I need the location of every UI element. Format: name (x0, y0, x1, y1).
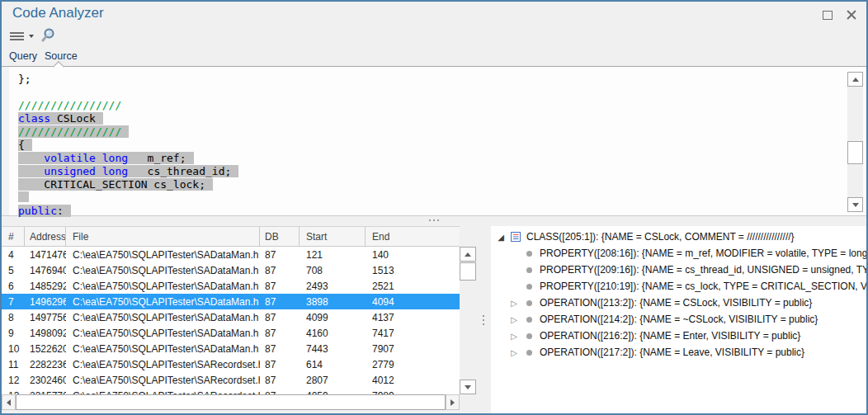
editor-vertical-scrollbar[interactable] (847, 72, 863, 212)
code-token: //////////////// (18, 125, 121, 138)
tab-query[interactable]: Query (9, 50, 37, 62)
column-header-db[interactable]: DB (260, 227, 300, 246)
splitter-grip (483, 315, 484, 325)
scrollbar-thumb[interactable] (460, 262, 476, 281)
column-header-index[interactable]: # (2, 227, 25, 246)
code-token: long (102, 165, 128, 177)
table-cell: C:\ea\EA750\SQLAPITester\SADataMan.h (66, 281, 260, 292)
tree-node[interactable]: CLASS([205:1]): {NAME = CSLock, COMMENT … (491, 229, 866, 245)
table-cell: 4012 (366, 375, 460, 386)
table-row[interactable]: 81497756C:\ea\EA750\SQLAPITester\SADataM… (2, 309, 460, 325)
parse-tree: CLASS([205:1]): {NAME = CSLock, COMMENT … (491, 226, 866, 413)
table-cell: 7417 (366, 328, 460, 339)
table-cell: 1513 (366, 265, 460, 276)
scroll-right-button[interactable] (446, 394, 460, 410)
table-row[interactable]: 112282236C:\ea\EA750\SQLAPITester\SAReco… (2, 356, 460, 372)
code-token (96, 165, 102, 177)
table-cell: C:\ea\EA750\SQLAPITester\SADataMan.h (66, 312, 260, 323)
scroll-up-button[interactable] (460, 247, 476, 262)
table-row[interactable]: 41471476C:\ea\EA750\SQLAPITester\SADataM… (2, 247, 460, 262)
code-token: class (18, 112, 50, 125)
table-cell: 140 (366, 249, 460, 261)
code-line: CRITICAL_SECTION cs_lock; (18, 178, 238, 191)
tree-node[interactable]: OPERATION([216:2]): {NAME = Enter, VISIB… (491, 328, 866, 344)
table-cell: 7 (2, 296, 25, 308)
table-row[interactable]: 91498092C:\ea\EA750\SQLAPITester\SADataM… (2, 325, 460, 341)
code-token: CRITICAL_SECTION cs_lock; (18, 178, 205, 191)
tree-node-label: CLASS([205:1]): {NAME = CSLock, COMMENT … (526, 231, 795, 243)
scroll-down-button[interactable] (460, 380, 476, 394)
column-header-address[interactable]: Address (25, 227, 66, 246)
column-header-start[interactable]: Start (300, 227, 366, 246)
table-cell: 87 (260, 328, 300, 339)
table-cell: 87 (260, 296, 300, 308)
table-cell: 3898 (300, 296, 366, 308)
tab-source[interactable]: Source (45, 50, 78, 62)
table-cell: C:\ea\EA750\SQLAPITester\SARecordset.h (66, 375, 260, 386)
table-row[interactable]: 61485292C:\ea\EA750\SQLAPITester\SADataM… (2, 278, 460, 294)
tree-expander-icon[interactable] (507, 328, 521, 344)
arrow-down-icon (465, 385, 471, 389)
table-cell: 2779 (366, 359, 460, 370)
tree-expander-icon[interactable] (494, 229, 507, 245)
table-row[interactable]: 132315776C:\ea\EA750\SQLAPITester\SAReco… (2, 388, 460, 394)
table-cell: 2493 (300, 281, 366, 292)
table-cell: 2807 (300, 375, 366, 386)
column-header-end[interactable]: End (366, 227, 460, 246)
tree-node[interactable]: PROPERTY([210:19]): {NAME = cs_lock, TYP… (491, 278, 866, 295)
table-cell: 1498092 (25, 328, 66, 339)
table-cell: 7443 (300, 343, 366, 355)
code-analyzer-window: Code Analyzer Query Source }; //////////… (0, 0, 868, 415)
search-button[interactable] (40, 27, 56, 44)
table-cell: 11 (2, 359, 25, 370)
scroll-left-button[interactable] (2, 394, 16, 410)
tree-node[interactable]: PROPERTY([208:16]): {NAME = m_ref, MODIF… (491, 245, 866, 262)
table-cell: 1522620 (25, 343, 66, 355)
tree-node-label: OPERATION([216:2]): {NAME = Enter, VISIB… (540, 330, 800, 342)
element-bullet-icon (521, 267, 537, 273)
tree-node[interactable]: OPERATION([214:2]): {NAME = ~CSLock, VIS… (491, 311, 866, 328)
tree-node[interactable]: PROPERTY([209:16]): {NAME = cs_thread_id… (491, 262, 866, 278)
horizontal-splitter[interactable] (2, 216, 866, 226)
table-cell: 87 (260, 265, 300, 276)
tree-expander-icon[interactable] (507, 295, 521, 311)
tree-node-label: PROPERTY([210:19]): {NAME = cs_lock, TYP… (540, 281, 866, 292)
close-icon[interactable] (846, 9, 856, 20)
table-row[interactable]: 51476940C:\ea\EA750\SQLAPITester\SADataM… (2, 262, 460, 278)
scrollbar-thumb[interactable] (847, 141, 863, 164)
table-cell: 87 (260, 343, 300, 355)
maximize-icon[interactable] (822, 9, 833, 20)
code-line: { (18, 139, 238, 152)
arrow-up-icon (465, 252, 471, 257)
tree-expander-icon[interactable] (507, 344, 521, 361)
vertical-splitter[interactable] (476, 226, 491, 413)
table-horizontal-scrollbar[interactable] (2, 394, 460, 410)
table-row[interactable]: 122302460C:\ea\EA750\SQLAPITester\SAReco… (2, 372, 460, 388)
scrollbar-thumb[interactable] (16, 394, 446, 410)
code-token: public (18, 205, 57, 217)
search-icon (40, 27, 56, 44)
table-cell: 121 (300, 249, 366, 261)
table-row[interactable]: 71496296C:\ea\EA750\SQLAPITester\SADataM… (2, 294, 460, 309)
table-cell: 1485292 (25, 281, 66, 292)
scroll-down-button[interactable] (847, 197, 863, 212)
splitter-grip (429, 219, 439, 221)
table-cell: 4137 (366, 312, 460, 323)
tree-expander-icon[interactable] (507, 311, 521, 328)
table-cell: 1476940 (25, 265, 66, 276)
table-header: # Address File DB Start End (2, 226, 460, 247)
table-row[interactable]: 101522620C:\ea\EA750\SQLAPITester\SAData… (2, 341, 460, 356)
column-header-file[interactable]: File (66, 227, 260, 246)
scroll-up-button[interactable] (847, 72, 863, 87)
code-token (96, 152, 102, 164)
menu-button[interactable] (10, 29, 36, 43)
arrow-left-icon (7, 399, 11, 406)
tree-node[interactable]: OPERATION([213:2]): {NAME = CSLock, VISI… (491, 295, 866, 311)
table-cell: 87 (260, 312, 300, 323)
code-editor[interactable]: }; ////////////////class CSLock/////////… (2, 67, 866, 216)
code-content: }; ////////////////class CSLock/////////… (18, 73, 238, 218)
tree-node[interactable]: OPERATION([217:2]): {NAME = Leave, VISIB… (491, 344, 866, 361)
tab-bar: Query Source (2, 46, 866, 67)
table-vertical-scrollbar[interactable] (460, 247, 476, 394)
table-cell: 6 (2, 281, 25, 292)
